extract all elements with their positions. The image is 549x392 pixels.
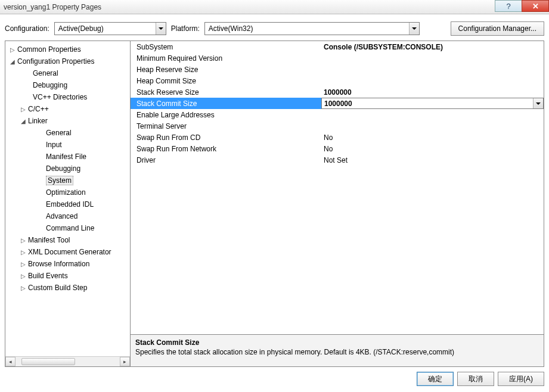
property-name: Stack Reserve Size <box>131 88 321 97</box>
property-name: Enable Large Addresses <box>131 111 321 119</box>
property-name: Swap Run From Network <box>131 145 321 153</box>
collapse-icon[interactable]: ◢ <box>20 118 27 125</box>
expand-icon[interactable]: ▷ <box>20 261 27 267</box>
property-name: Heap Commit Size <box>131 77 321 85</box>
tree-item-xml-gen[interactable]: ▷XML Document Generator <box>5 246 130 258</box>
tree-item-config[interactable]: ◢Configuration Properties <box>5 55 130 67</box>
property-name: SubSystem <box>131 43 321 51</box>
tree-item-linker-cmd[interactable]: Command Line <box>5 222 130 234</box>
close-button[interactable]: ✕ <box>522 0 549 12</box>
property-row[interactable]: Heap Commit Size <box>131 75 544 86</box>
property-value[interactable]: Not Set <box>321 156 544 164</box>
property-row[interactable]: Enable Large Addresses <box>131 109 544 120</box>
chevron-down-icon[interactable] <box>156 23 166 35</box>
description-panel: Stack Commit Size Specifies the total st… <box>131 334 544 366</box>
tree-item-general[interactable]: General <box>5 67 130 79</box>
platform-value: Active(Win32) <box>205 23 409 35</box>
scroll-track[interactable] <box>15 357 120 366</box>
chevron-down-icon[interactable] <box>533 98 543 108</box>
configuration-value: Active(Debug) <box>55 23 156 35</box>
property-name: Stack Commit Size <box>131 99 321 108</box>
tree-item-linker-opt[interactable]: Optimization <box>5 186 130 198</box>
dialog-footer: 确定 取消 应用(A) <box>0 367 549 391</box>
tree-item-vcdirs[interactable]: VC++ Directories <box>5 91 130 103</box>
tree-item-common[interactable]: ▷Common Properties <box>5 43 130 55</box>
property-row[interactable]: Heap Reserve Size <box>131 64 544 75</box>
collapse-icon[interactable]: ◢ <box>9 58 16 65</box>
property-row[interactable]: Terminal Server <box>131 120 544 132</box>
property-name: Driver <box>131 156 321 164</box>
platform-combo[interactable]: Active(Win32) <box>204 22 420 35</box>
property-row[interactable]: Minimum Required Version <box>131 52 544 64</box>
tree-item-debugging[interactable]: Debugging <box>5 79 130 91</box>
tree-item-linker-idl[interactable]: Embedded IDL <box>5 198 130 210</box>
property-value[interactable]: No <box>321 145 544 153</box>
scroll-right-icon[interactable]: ▸ <box>120 357 130 366</box>
scroll-left-icon[interactable]: ◂ <box>5 357 15 366</box>
tree-item-manifest-tool[interactable]: ▷Manifest Tool <box>5 234 130 246</box>
title-bar: version_yang1 Property Pages ? ✕ <box>0 0 549 14</box>
configuration-label: Configuration: <box>5 24 49 33</box>
config-toolbar: Configuration: Active(Debug) Platform: A… <box>0 14 549 41</box>
tree-horizontal-scrollbar[interactable]: ◂ ▸ <box>5 356 130 366</box>
cancel-button[interactable]: 取消 <box>457 372 494 386</box>
property-value[interactable]: No <box>321 133 544 142</box>
tree-item-browse-info[interactable]: ▷Browse Information <box>5 258 130 270</box>
tree-item-linker[interactable]: ◢Linker <box>5 115 130 127</box>
chevron-down-icon[interactable] <box>409 23 419 35</box>
property-value[interactable]: 1000000 <box>321 88 544 97</box>
scroll-thumb[interactable] <box>21 358 75 365</box>
property-row[interactable]: DriverNot Set <box>131 154 544 166</box>
configuration-manager-button[interactable]: Configuration Manager... <box>451 21 544 36</box>
apply-button[interactable]: 应用(A) <box>498 372 544 386</box>
property-row[interactable]: Swap Run From CDNo <box>131 132 544 143</box>
expand-icon[interactable]: ▷ <box>20 285 27 291</box>
ok-button[interactable]: 确定 <box>417 372 454 386</box>
tree-item-linker-adv[interactable]: Advanced <box>5 210 130 222</box>
configuration-combo[interactable]: Active(Debug) <box>54 22 166 35</box>
property-row[interactable]: SubSystemConsole (/SUBSYSTEM:CONSOLE) <box>131 41 544 52</box>
property-row[interactable]: Swap Run From NetworkNo <box>131 143 544 154</box>
property-name: Swap Run From CD <box>131 133 321 142</box>
tree-item-build-events[interactable]: ▷Build Events <box>5 270 130 282</box>
expand-icon[interactable]: ▷ <box>20 106 27 113</box>
property-value-editor[interactable]: 1000000 <box>321 98 544 109</box>
property-panel: SubSystemConsole (/SUBSYSTEM:CONSOLE)Min… <box>131 41 544 366</box>
window-title: version_yang1 Property Pages <box>4 3 545 11</box>
property-value[interactable]: 1000000 <box>322 99 533 108</box>
tree-item-ccpp[interactable]: ▷C/C++ <box>5 103 130 115</box>
tree-item-linker-debugging[interactable]: Debugging <box>5 163 130 175</box>
expand-icon[interactable]: ▷ <box>20 249 27 256</box>
property-row[interactable]: Stack Commit Size1000000 <box>131 98 544 109</box>
platform-label: Platform: <box>171 24 200 33</box>
content-area: ▷Common Properties ◢Configuration Proper… <box>5 41 544 367</box>
description-text: Specifies the total stack allocation siz… <box>135 348 539 356</box>
property-row[interactable]: Stack Reserve Size1000000 <box>131 86 544 98</box>
tree-item-custom-step[interactable]: ▷Custom Build Step <box>5 282 130 294</box>
tree-item-linker-input[interactable]: Input <box>5 139 130 151</box>
expand-icon[interactable]: ▷ <box>20 273 27 279</box>
property-value[interactable]: Console (/SUBSYSTEM:CONSOLE) <box>321 43 544 51</box>
property-grid[interactable]: SubSystemConsole (/SUBSYSTEM:CONSOLE)Min… <box>131 41 544 334</box>
description-title: Stack Commit Size <box>135 338 539 347</box>
nav-tree[interactable]: ▷Common Properties ◢Configuration Proper… <box>5 41 131 366</box>
help-button[interactable]: ? <box>495 0 522 12</box>
property-name: Heap Reserve Size <box>131 66 321 74</box>
property-name: Terminal Server <box>131 122 321 130</box>
tree-item-linker-general[interactable]: General <box>5 127 130 139</box>
expand-icon[interactable]: ▷ <box>9 46 16 53</box>
expand-icon[interactable]: ▷ <box>20 237 27 244</box>
tree-item-linker-system[interactable]: System <box>5 175 130 186</box>
property-name: Minimum Required Version <box>131 54 321 63</box>
tree-item-linker-manifest[interactable]: Manifest File <box>5 151 130 163</box>
